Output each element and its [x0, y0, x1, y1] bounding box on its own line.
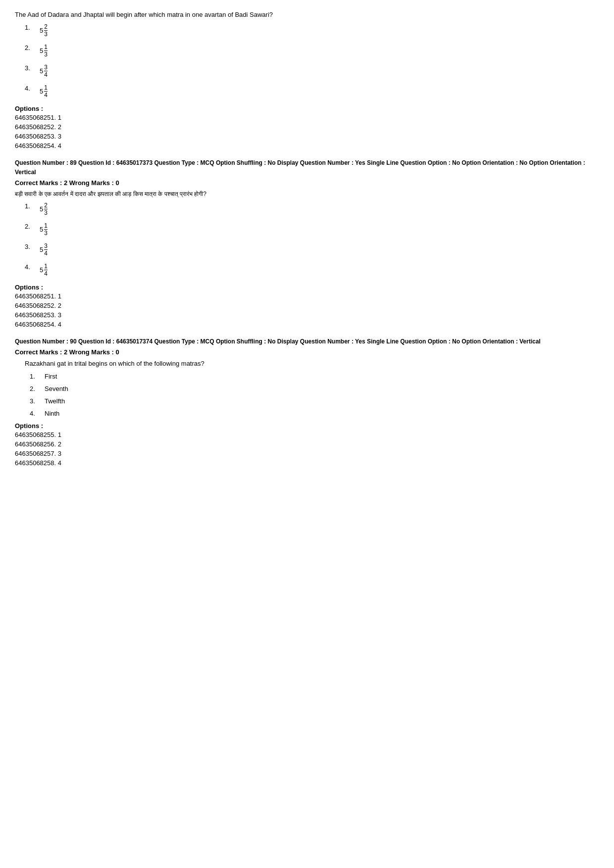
- option-value: 513: [40, 223, 48, 236]
- option-value: 523: [40, 24, 48, 37]
- option-value: 513: [40, 44, 48, 57]
- q89-options-label: Options :: [15, 284, 599, 291]
- option-num: 4.: [25, 263, 35, 271]
- option-num: 4.: [30, 410, 40, 417]
- q89-text-hi: बड़ी सवारी के एक आवर्तन में दादरा और झपत…: [15, 190, 599, 198]
- option-value: 514: [40, 85, 48, 98]
- list-item: 2. Seventh: [30, 385, 599, 392]
- list-item: 4. 514: [25, 263, 599, 277]
- q88-code-3: 64635068253. 3: [15, 133, 599, 140]
- q89-meta: Question Number : 89 Question Id : 64635…: [15, 158, 599, 177]
- q90-code-2: 64635068256. 2: [15, 440, 599, 448]
- option-num: 1.: [30, 373, 40, 380]
- option-value: 514: [40, 263, 48, 277]
- option-value: 523: [40, 202, 48, 216]
- question-88-block: The Aad of Dadara and Jhaptal will begin…: [15, 10, 599, 149]
- list-item: 3. Twelfth: [30, 397, 599, 405]
- q88-code-1: 64635068251. 1: [15, 114, 599, 121]
- q88-text: The Aad of Dadara and Jhaptal will begin…: [15, 10, 599, 20]
- option-value: 534: [40, 243, 48, 256]
- q90-code-1: 64635068255. 1: [15, 431, 599, 438]
- option-num: 2.: [25, 44, 35, 51]
- list-item: 4. 514: [25, 85, 599, 98]
- q89-code-3: 64635068253. 3: [15, 311, 599, 319]
- q88-code-4: 64635068254. 4: [15, 142, 599, 149]
- option-num: 3.: [25, 64, 35, 72]
- list-item: 2. 513: [25, 223, 599, 236]
- q89-code-1: 64635068251. 1: [15, 292, 599, 300]
- option-num: 3.: [25, 243, 35, 250]
- q90-text-en: Razakhani gat in trital begins on which …: [25, 359, 599, 369]
- option-num: 2.: [25, 223, 35, 230]
- list-item: 1. First: [30, 373, 599, 380]
- q90-meta: Question Number : 90 Question Id : 64635…: [15, 337, 599, 346]
- option-num: 1.: [25, 24, 35, 31]
- option-text: First: [45, 373, 57, 380]
- q88-options-label: Options :: [15, 105, 599, 112]
- option-num: 2.: [30, 385, 40, 392]
- q90-options-list: 1. First 2. Seventh 3. Twelfth 4. Ninth: [30, 373, 599, 417]
- list-item: 2. 513: [25, 44, 599, 57]
- q89-marks: Correct Marks : 2 Wrong Marks : 0: [15, 179, 599, 187]
- list-item: 3. 534: [25, 243, 599, 256]
- q90-options-label: Options :: [15, 422, 599, 430]
- q89-options-list: 1. 523 2. 513 3. 534 4. 514: [25, 202, 599, 277]
- option-value: 534: [40, 64, 48, 78]
- question-90-block: Question Number : 90 Question Id : 64635…: [15, 337, 599, 467]
- list-item: 4. Ninth: [30, 410, 599, 417]
- q89-code-4: 64635068254. 4: [15, 321, 599, 328]
- q89-code-2: 64635068252. 2: [15, 302, 599, 309]
- option-text: Twelfth: [45, 397, 65, 405]
- list-item: 3. 534: [25, 64, 599, 78]
- option-num: 1.: [25, 202, 35, 210]
- option-text: Ninth: [45, 410, 59, 417]
- q90-code-3: 64635068257. 3: [15, 450, 599, 457]
- list-item: 1. 523: [25, 24, 599, 37]
- q88-code-2: 64635068252. 2: [15, 123, 599, 131]
- question-89-block: Question Number : 89 Question Id : 64635…: [15, 158, 599, 328]
- option-num: 4.: [25, 85, 35, 92]
- q88-options-list: 1. 523 2. 513 3. 534 4. 514: [25, 24, 599, 98]
- option-num: 3.: [30, 397, 40, 405]
- list-item: 1. 523: [25, 202, 599, 216]
- option-text: Seventh: [45, 385, 68, 392]
- q90-code-4: 64635068258. 4: [15, 459, 599, 467]
- q90-marks: Correct Marks : 2 Wrong Marks : 0: [15, 348, 599, 356]
